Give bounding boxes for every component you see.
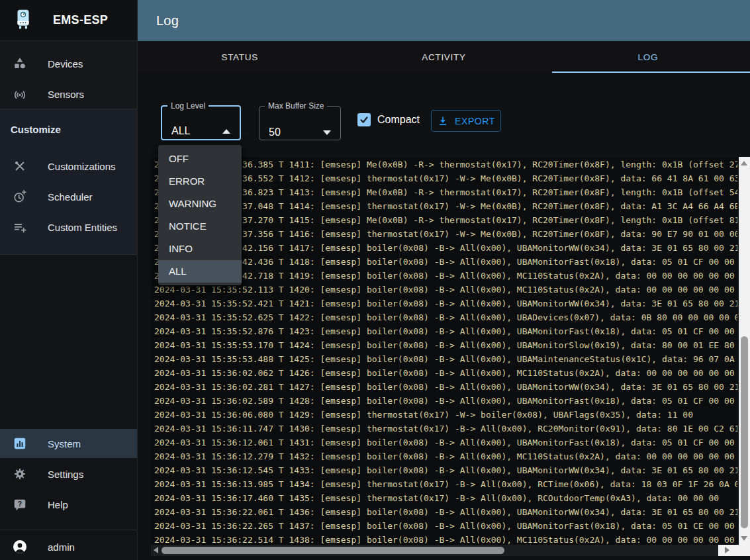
sidebar-item-devices[interactable]: Devices xyxy=(0,49,137,78)
sidebar-item-custom-entities[interactable]: Custom Entities xyxy=(0,212,137,242)
max-buffer-select[interactable]: Max Buffer Size 50 xyxy=(259,101,341,140)
customize-header: Customize xyxy=(11,124,61,135)
log-line: 2024-03-31 15:35:36.552 T 1412: [emsesp]… xyxy=(154,171,737,185)
tab-activity[interactable]: ACTIVITY xyxy=(342,41,545,73)
log-line: 2024-03-31 15:35:52.421 T 1421: [emsesp]… xyxy=(154,297,737,310)
log-level-option[interactable]: NOTICE xyxy=(158,215,242,238)
scroll-down-arrow-icon[interactable] xyxy=(741,536,747,541)
tab-bar: STATUS ACTIVITY LOG xyxy=(138,41,750,73)
log-line: 2024-03-31 15:36:12.545 T 1433: [emsesp]… xyxy=(154,463,737,477)
help-icon: ? xyxy=(12,496,28,512)
vertical-scrollbar-thumb[interactable] xyxy=(741,336,748,528)
svg-text:?: ? xyxy=(18,500,22,508)
appbar: Log xyxy=(138,0,750,41)
page-title: Log xyxy=(156,13,179,28)
sidebar-item-label: Help xyxy=(48,499,68,510)
log-level-option[interactable]: ALL xyxy=(158,260,242,283)
log-line: 2024-03-31 15:35:37.270 T 1415: [emsesp]… xyxy=(154,213,737,227)
horizontal-scrollbar[interactable] xyxy=(151,545,750,556)
log-line: 2024-03-31 15:36:12.061 T 1431: [emsesp]… xyxy=(154,436,737,449)
horizontal-scrollbar-thumb[interactable] xyxy=(162,547,504,554)
playlist-add-icon xyxy=(12,219,28,235)
tab-log[interactable]: LOG xyxy=(546,41,750,73)
log-level-label: Log Level xyxy=(167,101,209,111)
log-line: 2024-03-31 15:35:42.156 T 1417: [emsesp]… xyxy=(154,241,737,255)
log-line: 2024-03-31 15:36:12.279 T 1432: [emsesp]… xyxy=(154,449,737,463)
sidebar-item-label: Custom Entities xyxy=(48,222,117,233)
max-buffer-label: Max Buffer Size xyxy=(265,101,327,111)
log-line: 2024-03-31 15:36:02.281 T 1427: [emsesp]… xyxy=(154,380,737,394)
tab-indicator xyxy=(552,71,750,73)
analytics-icon xyxy=(12,436,28,451)
max-buffer-value: 50 xyxy=(269,126,281,138)
export-button[interactable]: EXPORT xyxy=(431,110,501,132)
log-line: 2024-03-31 15:35:37.048 T 1414: [emsesp]… xyxy=(154,199,737,213)
sidebar-item-label: Scheduler xyxy=(48,191,93,203)
scroll-left-arrow-icon[interactable] xyxy=(154,547,158,553)
log-line: 2024-03-31 15:36:22.514 T 1438: [emsesp]… xyxy=(154,533,737,545)
more-time-icon xyxy=(12,189,28,205)
log-lines: 2024-03-31 15:35:36.385 T 1411: [emsesp]… xyxy=(154,158,737,545)
tab-label: ACTIVITY xyxy=(422,52,465,62)
tab-label: STATUS xyxy=(221,52,258,62)
construction-icon xyxy=(12,158,28,174)
log-level-option[interactable]: ERROR xyxy=(158,170,242,193)
log-line: 2024-03-31 15:36:02.589 T 1428: [emsesp]… xyxy=(154,394,737,408)
sidebar-item-label: System xyxy=(48,438,81,449)
log-line: 2024-03-31 15:36:13.985 T 1434: [emsesp]… xyxy=(154,477,737,491)
sensors-icon xyxy=(12,86,28,102)
sidebar-item-sensors[interactable]: Sensors xyxy=(0,79,137,109)
log-line: 2024-03-31 15:35:52.113 T 1420: [emsesp]… xyxy=(154,283,737,297)
sidebar-item-customizations[interactable]: Customizations xyxy=(0,152,137,181)
sidebar-item-help[interactable]: ? Help xyxy=(0,490,137,519)
log-level-option[interactable]: INFO xyxy=(158,238,242,260)
chevron-up-icon xyxy=(222,129,230,134)
log-level-option[interactable]: OFF xyxy=(158,148,242,170)
app-title: EMS-ESP xyxy=(53,13,108,27)
boiler-logo-icon xyxy=(12,8,34,33)
tab-label: LOG xyxy=(638,52,659,62)
check-icon xyxy=(359,115,369,125)
main-panel: Log STATUS ACTIVITY LOG Log Level ALL Ma… xyxy=(138,0,750,560)
log-line: 2024-03-31 15:36:17.460 T 1435: [emsesp]… xyxy=(154,491,737,505)
sidebar-item-scheduler[interactable]: Scheduler xyxy=(0,182,137,211)
scrollbar-corner xyxy=(718,545,750,556)
log-level-option[interactable]: WARNING xyxy=(158,193,242,215)
log-line: 2024-03-31 15:36:22.061 T 1436: [emsesp]… xyxy=(154,505,737,519)
sidebar-item-label: Devices xyxy=(48,58,83,70)
tab-status[interactable]: STATUS xyxy=(138,41,342,73)
log-line: 2024-03-31 15:36:22.265 T 1437: [emsesp]… xyxy=(154,519,737,533)
log-line: 2024-03-31 15:36:06.080 T 1429: [emsesp]… xyxy=(154,408,737,422)
log-line: 2024-03-31 15:36:02.062 T 1426: [emsesp]… xyxy=(154,366,737,380)
log-line: 2024-03-31 15:35:42.718 T 1419: [emsesp]… xyxy=(154,269,737,283)
log-level-select[interactable]: Log Level ALL xyxy=(161,101,241,140)
log-line: 2024-03-31 15:35:36.385 T 1411: [emsesp]… xyxy=(154,158,737,171)
sidebar-item-label: Sensors xyxy=(48,89,84,100)
category-icon xyxy=(12,56,28,71)
scroll-right-arrow-icon[interactable] xyxy=(725,547,729,553)
sidebar-divider xyxy=(0,530,137,530)
brand-header: EMS-ESP xyxy=(0,0,137,41)
compact-label: Compact xyxy=(377,114,420,126)
compact-checkbox[interactable] xyxy=(357,113,371,126)
sidebar-item-system[interactable]: System xyxy=(0,429,137,458)
log-line: 2024-03-31 15:36:11.747 T 1430: [emsesp]… xyxy=(154,422,737,436)
sidebar-user-label: admin xyxy=(48,541,75,553)
log-line: 2024-03-31 15:35:37.356 T 1416: [emsesp]… xyxy=(154,227,737,241)
chevron-down-icon xyxy=(323,130,331,135)
scroll-up-arrow-icon[interactable] xyxy=(741,161,747,165)
log-level-value: ALL xyxy=(171,125,190,137)
export-label: EXPORT xyxy=(455,116,495,126)
sidebar-item-settings[interactable]: Settings xyxy=(0,459,137,489)
sidebar: EMS-ESP Devices xyxy=(0,0,138,560)
log-line: 2024-03-31 15:35:52.876 T 1423: [emsesp]… xyxy=(154,324,737,338)
download-icon xyxy=(437,115,449,127)
sidebar-item-label: Settings xyxy=(48,469,83,480)
log-line: 2024-03-31 15:35:53.488 T 1425: [emsesp]… xyxy=(154,352,737,366)
sidebar-item-admin[interactable]: admin xyxy=(0,532,137,560)
log-line: 2024-03-31 15:35:52.625 T 1422: [emsesp]… xyxy=(154,310,737,324)
vertical-scrollbar[interactable] xyxy=(739,157,750,545)
gear-icon xyxy=(12,466,28,482)
log-line: 2024-03-31 15:35:42.436 T 1418: [emsesp]… xyxy=(154,255,737,269)
account-circle-icon xyxy=(12,539,28,555)
